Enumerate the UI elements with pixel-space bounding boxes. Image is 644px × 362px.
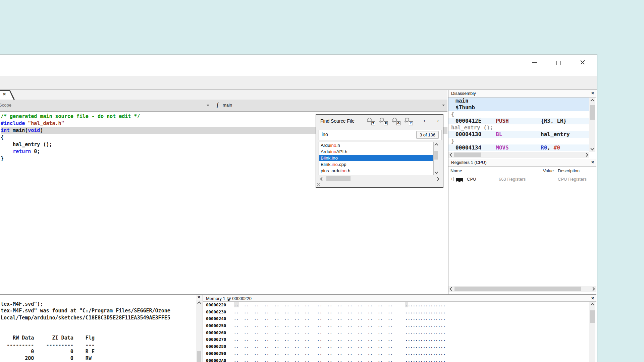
memory-row[interactable]: 00000270.. .. .. .. .. .. .. .. .. .. ..… xyxy=(203,336,589,343)
function-icon: f xyxy=(217,102,219,108)
scroll-right-icon[interactable] xyxy=(591,287,595,291)
disassembly-row[interactable]: main xyxy=(448,98,589,104)
expand-toggle-icon[interactable]: + xyxy=(450,177,454,181)
scroll-thumb[interactable] xyxy=(197,351,201,362)
scroll-left-icon[interactable] xyxy=(449,153,453,157)
disassembly-title: Disassembly xyxy=(451,91,476,96)
disassembly-row[interactable]: 0000412EPUSH{R3, LR} xyxy=(448,118,589,124)
column-name: Name xyxy=(450,168,462,173)
scope-function-bar: Scope f main xyxy=(0,100,447,112)
memory-title: Memory 1 @ 00000220 xyxy=(206,296,252,301)
dialog-h-scrollbar[interactable] xyxy=(319,176,441,181)
scroll-left-icon[interactable] xyxy=(449,287,453,291)
disassembly-v-scrollbar[interactable] xyxy=(589,98,595,152)
scroll-thumb[interactable] xyxy=(434,151,438,160)
registers-header: Registers 1 (CPU) ✕ xyxy=(448,159,596,167)
memory-row[interactable]: 000002A0.. .. .. .. .. .. .. .. .. .. ..… xyxy=(203,357,589,362)
file-list[interactable]: Arduino.hArduinoAPI.hBlink.inoBlink.ino.… xyxy=(319,142,433,175)
close-button[interactable] xyxy=(575,57,590,67)
file-list-item[interactable]: ArduinoAPI.h xyxy=(319,148,433,155)
memory-v-scrollbar[interactable] xyxy=(589,302,595,362)
scope-label: Scope xyxy=(0,103,11,108)
scroll-thumb[interactable] xyxy=(590,105,595,120)
register-name: CPU xyxy=(467,177,476,182)
resize-grip[interactable] xyxy=(317,183,320,186)
disassembly-row[interactable]: { xyxy=(448,111,589,118)
memory-row[interactable]: 00000250.. .. .. .. .. .. .. .. .. .. ..… xyxy=(203,322,589,329)
file-list-v-scrollbar[interactable] xyxy=(433,142,439,175)
filter-file-button[interactable]: F xyxy=(379,117,388,125)
disassembly-row[interactable]: } xyxy=(448,138,589,144)
memory-close-icon[interactable]: ✕ xyxy=(591,296,594,301)
file-list-item[interactable]: Arduino.h xyxy=(319,142,433,148)
minimize-button[interactable] xyxy=(527,57,542,67)
memory-row[interactable]: 00000260.. .. .. .. .. .. .. .. .. .. ..… xyxy=(203,329,589,337)
disassembly-row[interactable]: hal_entry (); xyxy=(448,124,589,131)
memory-row[interactable]: 00000220.. .. .. .. .. .. .. .. .. .. ..… xyxy=(203,302,589,309)
registers-row-cpu[interactable]: + CPU 663 Registers CPU Registers xyxy=(448,175,596,183)
back-button[interactable]: ← xyxy=(422,116,429,124)
registers-h-scrollbar[interactable] xyxy=(448,286,596,292)
scroll-down-icon[interactable] xyxy=(434,170,438,174)
disassembly-row[interactable]: 00004134MOVSR0, #0 xyxy=(448,144,589,151)
filter-text-button[interactable]: T xyxy=(367,117,375,125)
scroll-up-icon[interactable] xyxy=(197,301,201,305)
file-list-item[interactable]: Blink.ino.cpp xyxy=(319,161,433,168)
disassembly-header: Disassembly ✕ xyxy=(448,90,596,98)
disassembly-close-icon[interactable]: ✕ xyxy=(591,91,594,96)
filter-letter: C xyxy=(409,121,413,125)
disassembly-h-scrollbar[interactable] xyxy=(448,152,589,158)
registers-title: Registers 1 (CPU) xyxy=(451,160,486,165)
editor-tab-strip: ✕ xyxy=(0,90,447,100)
scroll-right-icon[interactable] xyxy=(435,177,439,181)
scroll-down-icon[interactable] xyxy=(590,146,594,150)
scroll-up-icon[interactable] xyxy=(590,303,594,307)
memory-body[interactable]: 00000220.. .. .. .. .. .. .. .. .. .. ..… xyxy=(203,302,589,362)
memory-row[interactable]: 00000240.. .. .. .. .. .. .. .. .. .. ..… xyxy=(203,315,589,322)
search-box: 3 of 136 xyxy=(319,130,441,140)
disassembly-body[interactable]: main$Thumb{0000412EPUSH{R3, LR}hal_entry… xyxy=(448,98,589,152)
find-source-file-dialog: Find Source File T F G C ← → 3 of 136 Ar… xyxy=(316,114,443,188)
registers-column-headers[interactable]: Name Value Description xyxy=(448,167,596,175)
tab-close-icon[interactable]: ✕ xyxy=(3,92,6,97)
search-input[interactable] xyxy=(321,131,406,137)
file-list-item[interactable]: Blink.ino xyxy=(319,155,433,161)
registers-close-icon[interactable]: ✕ xyxy=(591,160,594,165)
filter-code-button[interactable]: C xyxy=(404,117,413,125)
memory-row[interactable]: 00000280.. .. .. .. .. .. .. .. .. .. ..… xyxy=(203,343,589,350)
scroll-thumb[interactable] xyxy=(590,310,595,323)
disassembly-row[interactable]: $Thumb xyxy=(448,104,589,111)
console-close-icon[interactable]: ✕ xyxy=(196,295,202,300)
cpu-chip-icon xyxy=(456,178,463,181)
desktop-background: { "icons": { "close_x": "✕", "plus": "+"… xyxy=(0,0,644,362)
memory-row[interactable]: 00000230.. .. .. .. .. .. .. .. .. .. ..… xyxy=(203,309,589,316)
scroll-thumb[interactable] xyxy=(454,287,581,291)
app-window: ✕ Scope f main /* generated main source … xyxy=(0,54,597,362)
memory-row[interactable]: 00000290.. .. .. .. .. .. .. .. .. .. ..… xyxy=(203,350,589,357)
console-v-scrollbar[interactable] xyxy=(196,295,202,362)
combo-divider xyxy=(212,100,212,112)
scope-dropdown-arrow-icon xyxy=(207,105,209,106)
scroll-thumb[interactable] xyxy=(454,153,481,157)
editor-tab[interactable]: ✕ xyxy=(0,90,15,100)
restore-icon xyxy=(556,61,561,65)
scroll-thumb[interactable] xyxy=(326,176,351,181)
scroll-right-icon[interactable] xyxy=(584,153,588,157)
forward-button[interactable]: → xyxy=(433,116,440,124)
close-icon xyxy=(580,60,585,65)
toolbar xyxy=(0,76,597,90)
match-count-badge: 3 of 136 xyxy=(416,131,439,139)
register-description: CPU Registers xyxy=(558,177,587,182)
console-panel[interactable]: tex-M4F.svd"); tex-M4F.svd" was found at… xyxy=(0,295,196,362)
function-dropdown-arrow-icon xyxy=(442,105,445,106)
disassembly-row[interactable]: 00004130BLhal_entry xyxy=(448,131,589,138)
file-list-item[interactable]: pins_arduino.h xyxy=(319,168,433,174)
scroll-left-icon[interactable] xyxy=(320,177,324,181)
filter-global-button[interactable]: G xyxy=(392,117,400,125)
console-text: tex-M4F.svd"); tex-M4F.svd" was found at… xyxy=(1,301,170,362)
restore-button[interactable] xyxy=(551,57,566,67)
scroll-up-icon[interactable] xyxy=(434,143,438,147)
dialog-title: Find Source File xyxy=(320,118,355,124)
scroll-up-icon[interactable] xyxy=(590,99,594,103)
filter-letter: T xyxy=(371,121,375,125)
